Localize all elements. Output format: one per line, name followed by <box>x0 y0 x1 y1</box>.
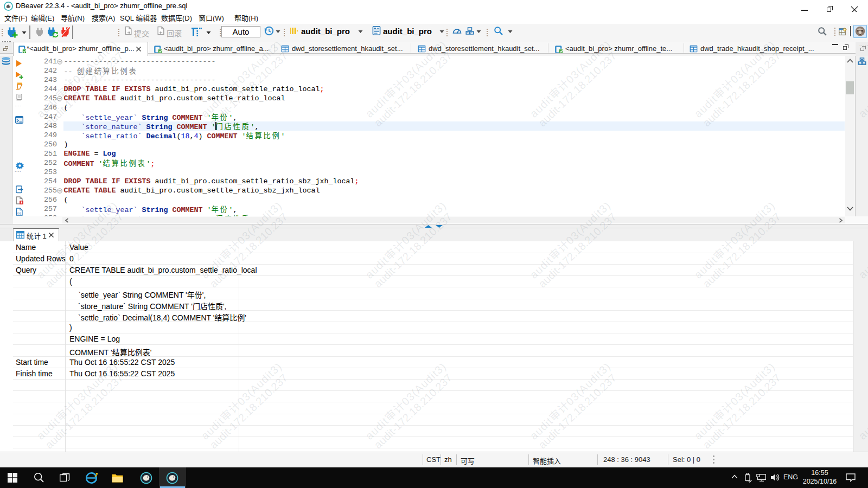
svg-text:(x): (x) <box>17 211 21 215</box>
